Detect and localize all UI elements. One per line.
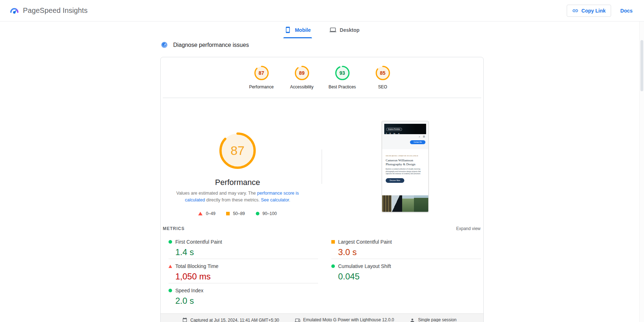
legend-fail: 0–49 [198,211,215,216]
x-icon: X [390,132,391,135]
preview-site-header: Explore Portfolio f X in ✉ [384,124,426,134]
metric-name: First Contentful Paint [175,239,222,245]
app-header: PageSpeed Insights Copy Link Docs [0,0,644,21]
preview-contact-button: Contact Me [410,140,425,144]
tab-desktop[interactable]: Desktop [328,21,361,38]
legend-good: 90–100 [256,211,277,216]
collage-photo [414,195,428,212]
divider [163,98,481,98]
preview-cta-button: Discover More [386,178,404,183]
main-performance-gauge: 87 [218,131,257,170]
session-info[interactable]: Single page session [410,317,456,322]
metric-speed-index: Speed Index 2.0 s [169,283,318,308]
disclaimer-text: . [289,197,290,203]
score-disclaimer: Values are estimated and may vary. The p… [168,190,307,204]
best-practices-score-value: 93 [335,65,350,81]
site-preview-thumbnail[interactable]: Explore Portfolio f X in ✉ ⌕ ☰ Contact M… [382,121,429,212]
preview-content: SHOWCASING CREATIVE EXCELLENCE Cameron W… [382,149,428,183]
device-tabs: Mobile Desktop [0,21,644,38]
metrics-column-left: First Contentful Paint 1.4 s Total Block… [169,235,318,308]
metrics-title: METRICS [163,226,185,231]
performance-score-value: 87 [254,65,269,81]
seo-score-gauge: 85 [375,65,391,81]
legend-average-range: 50–89 [233,211,245,216]
person-icon [410,318,415,322]
metric-name: Largest Contentful Paint [338,239,392,245]
preview-hero: Explore Portfolio f X in ✉ ⌕ ☰ Contact M… [382,121,428,149]
laptop-icon [330,26,336,33]
main-performance-score: 87 [218,131,257,170]
legend-average: 50–89 [226,211,245,216]
collage-photo [402,195,414,212]
category-best-practices[interactable]: 93 Best Practices [322,65,362,89]
session-info-text[interactable]: Single page session [418,317,456,322]
app-title: PageSpeed Insights [23,6,88,15]
performance-score-gauge: 87 [254,65,269,81]
facebook-icon: f [386,132,387,135]
diagnose-title: Diagnose performance issues [173,42,249,48]
average-square-icon [331,240,335,244]
speedometer-icon [161,42,168,48]
metrics-column-right: Largest Contentful Paint 3.0 s Cumulativ… [331,235,481,283]
collage-photo [382,195,391,212]
average-square-icon [226,212,230,215]
tab-mobile[interactable]: Mobile [283,21,312,38]
metric-value: 2.0 s [175,296,318,306]
performance-score-label: Performance [249,84,274,89]
search-icon: ⌕ [419,135,420,138]
seo-score-value: 85 [375,65,391,81]
legend-good-range: 90–100 [263,211,277,216]
metric-value: 1,050 ms [175,272,318,282]
mail-icon: ✉ [398,132,399,135]
diagnose-section-header: Diagnose performance issues [161,42,249,48]
metric-name: Total Blocking Time [175,263,219,269]
capture-info-bar: Captured at Jul 15, 2024, 11:41 AM GMT+5… [161,313,483,322]
fail-triangle-icon [169,265,172,268]
pagespeed-logo-icon [9,6,19,15]
metric-value: 0.045 [338,272,481,282]
emulation-info[interactable]: Emulated Moto G Power with Lighthouse 12… [295,317,394,322]
preview-heading: Cameron Williamson Photography & Design [386,158,425,166]
metric-name: Speed Index [175,288,204,293]
copy-link-button[interactable]: Copy Link [567,5,611,17]
divider [322,150,322,184]
menu-icon: ☰ [423,135,425,138]
metric-value: 1.4 s [175,247,318,257]
category-performance[interactable]: 87 Performance [241,65,282,89]
category-accessibility[interactable]: 89 Accessibility [282,65,322,89]
good-circle-icon [256,212,259,215]
preview-social-icons: f X in ✉ [386,132,424,135]
preview-body-text: Explore a curated collection of visually… [386,168,425,175]
calendar-icon [182,317,187,322]
seo-score-label: SEO [378,84,387,89]
disclaimer-text: Values are estimated and may vary. The [176,191,257,196]
preview-nav: ⌕ ☰ [419,135,425,138]
legend-fail-range: 0–49 [206,211,215,216]
category-scores-row: 87 Performance 89 Accessibility 93 Best … [161,65,483,89]
accessibility-score-value: 89 [294,65,310,81]
metrics-header: METRICS Expand view [163,226,480,231]
see-calculator-link[interactable]: See calculator [261,197,289,203]
accessibility-score-label: Accessibility [290,84,313,89]
metric-largest-contentful-paint: Largest Contentful Paint 3.0 s [331,235,481,259]
metric-total-blocking-time: Total Blocking Time 1,050 ms [169,259,318,283]
best-practices-score-gauge: 93 [335,65,350,81]
preview-photo-collage [382,195,428,212]
expand-view-button[interactable]: Expand view [456,226,480,231]
preview-eyebrow: SHOWCASING CREATIVE EXCELLENCE [386,155,425,157]
emulation-info-text[interactable]: Emulated Moto G Power with Lighthouse 12… [303,317,394,322]
metric-first-contentful-paint: First Contentful Paint 1.4 s [169,235,318,259]
good-circle-icon [331,264,335,268]
category-seo[interactable]: 85 SEO [362,65,403,89]
score-legend: 0–49 50–89 90–100 [161,211,314,216]
metric-cumulative-layout-shift: Cumulative Layout Shift 0.045 [331,259,481,283]
capture-timestamp-text: Captured at Jul 15, 2024, 11:41 AM GMT+5… [190,318,279,322]
collage-photo [391,195,402,212]
scrollbar-thumb[interactable] [640,40,643,91]
gauge-title: Performance [161,178,314,187]
good-circle-icon [169,289,172,292]
docs-link[interactable]: Docs [620,8,633,14]
tab-mobile-label: Mobile [295,27,311,33]
report-card: 87 Performance 89 Accessibility 93 Best … [160,57,484,322]
best-practices-score-label: Best Practices [328,84,356,89]
